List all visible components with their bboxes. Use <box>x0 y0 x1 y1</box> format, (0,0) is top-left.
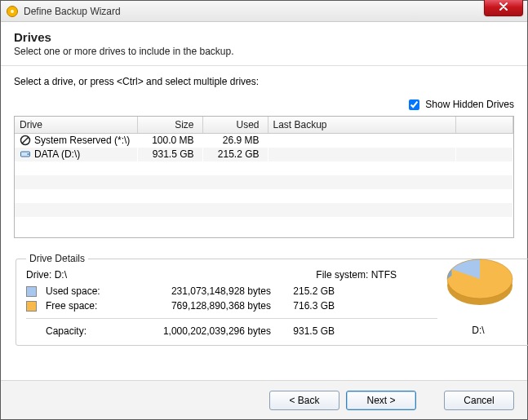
col-spacer <box>456 117 513 134</box>
table-row-empty <box>15 203 513 217</box>
show-hidden-label: Show Hidden Drives <box>425 99 514 110</box>
pie-chart-icon <box>442 251 517 317</box>
table-row[interactable]: System Reserved (*:\) 100.0 MB 26.9 MB <box>15 134 513 148</box>
detail-filesystem: File system: NTFS <box>316 269 397 281</box>
col-used[interactable]: Used <box>202 117 268 134</box>
table-row-empty <box>15 175 513 189</box>
col-last-backup[interactable]: Last Backup <box>268 117 456 134</box>
table-row[interactable]: DATA (D:\) 931.5 GB 215.2 GB <box>15 148 513 161</box>
show-hidden-checkbox[interactable] <box>409 99 419 110</box>
detail-drive: Drive: D:\ <box>26 269 67 281</box>
used-swatch <box>26 286 37 297</box>
free-gb: 716.3 GB <box>282 300 339 312</box>
drive-name: System Reserved (*:\) <box>34 135 130 146</box>
table-header-row: Drive Size Used Last Backup <box>15 117 513 134</box>
drive-last-backup <box>268 134 456 148</box>
col-size[interactable]: Size <box>137 117 202 134</box>
used-gb: 215.2 GB <box>282 285 339 297</box>
page-subtitle: Select one or more drives to include in … <box>14 46 514 57</box>
window-title: Define Backup Wizard <box>24 6 121 17</box>
drive-used: 26.9 MB <box>202 134 268 148</box>
free-swatch <box>26 301 37 312</box>
wizard-body: Select a drive, or press <Ctrl> and sele… <box>1 66 527 380</box>
pie-label: D:\ <box>437 325 519 336</box>
hdd-icon <box>20 148 31 160</box>
capacity-gb: 931.5 GB <box>282 325 339 337</box>
drive-name: DATA (D:\) <box>34 148 80 160</box>
pie-container: D:\ <box>437 285 519 336</box>
table-row-empty <box>15 161 513 175</box>
capacity-label: Capacity: <box>46 325 144 337</box>
table-row-empty <box>15 189 513 203</box>
free-label: Free space: <box>46 300 144 312</box>
next-button[interactable]: Next > <box>346 391 416 410</box>
drive-used: 215.2 GB <box>202 148 268 161</box>
capacity-bytes: 1,000,202,039,296 bytes <box>144 325 282 337</box>
blocked-drive-icon <box>20 135 31 146</box>
used-bytes: 231,073,148,928 bytes <box>144 285 282 297</box>
close-icon <box>499 1 508 13</box>
show-hidden-row: Show Hidden Drives <box>14 97 514 113</box>
used-label: Used space: <box>46 285 144 297</box>
wizard-footer: < Back Next > Cancel <box>1 380 527 419</box>
wizard-window: Define Backup Wizard Drives Select one o… <box>0 0 528 420</box>
table-row-empty <box>15 217 513 231</box>
instruction-text: Select a drive, or press <Ctrl> and sele… <box>14 76 514 87</box>
app-icon <box>6 5 19 18</box>
close-button[interactable] <box>484 0 523 16</box>
page-title: Drives <box>14 30 514 44</box>
back-button[interactable]: < Back <box>269 391 339 410</box>
wizard-header: Drives Select one or more drives to incl… <box>1 22 527 66</box>
col-drive[interactable]: Drive <box>15 117 137 134</box>
show-hidden-label-wrap[interactable]: Show Hidden Drives <box>406 99 514 110</box>
svg-point-5 <box>28 153 29 155</box>
titlebar: Define Backup Wizard <box>1 1 527 22</box>
detail-grid: Used space: 231,073,148,928 bytes 215.2 … <box>26 285 437 337</box>
drive-size: 100.0 MB <box>137 134 202 148</box>
drive-details-group: Drive Details Drive: D:\ File system: NT… <box>16 253 528 346</box>
drive-size: 931.5 GB <box>137 148 202 161</box>
drives-table[interactable]: Drive Size Used Last Backup System Re <box>14 116 514 238</box>
drive-details-legend: Drive Details <box>26 253 88 264</box>
svg-point-1 <box>11 10 14 13</box>
cancel-button[interactable]: Cancel <box>444 391 514 410</box>
free-bytes: 769,128,890,368 bytes <box>144 300 282 312</box>
drive-last-backup <box>268 148 456 161</box>
